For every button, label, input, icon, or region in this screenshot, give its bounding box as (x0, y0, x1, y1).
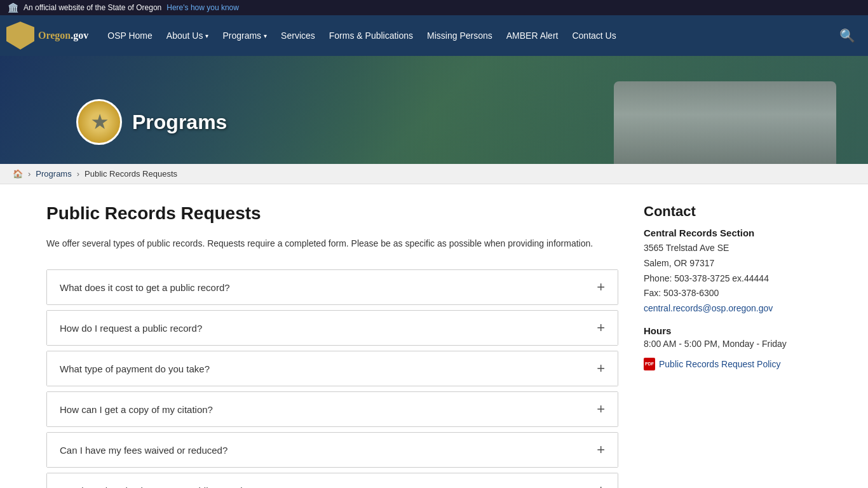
osp-badge (76, 99, 122, 145)
page-body: Public Records Requests We offer several… (34, 203, 834, 488)
home-icon: 🏠 (13, 169, 23, 179)
accordion-header-citation[interactable]: How can I get a copy of my citation? + (47, 392, 618, 426)
accordion-label-citation: How can I get a copy of my citation? (60, 404, 213, 415)
accordion-item-how-request: How do I request a public record? + (46, 310, 618, 346)
address-line2: Salem, OR 97317 (644, 256, 822, 271)
address-line1: 3565 Trelstad Ave SE (644, 241, 822, 256)
nav-missing-persons[interactable]: Missing Persons (421, 18, 499, 53)
page-title: Public Records Requests (46, 203, 618, 224)
accordion: What does it cost to get a public record… (46, 269, 618, 488)
accordion-plus-how-request: + (597, 321, 605, 335)
accordion-header-how-long[interactable]: How long does it take to get a public re… (47, 473, 618, 488)
hero-title: Programs (132, 111, 227, 134)
logo-link[interactable]: Oregon.gov (6, 22, 88, 50)
accordion-plus-how-long: + (597, 484, 605, 488)
accordion-item-citation: How can I get a copy of my citation? + (46, 391, 618, 427)
accordion-label-fees-waived: Can I have my fees waived or reduced? (60, 445, 227, 456)
pdf-policy-link[interactable]: Public Records Request Policy (659, 359, 780, 369)
breadcrumb: 🏠 › Programs › Public Records Requests (0, 164, 868, 184)
main-content: Public Records Requests We offer several… (46, 203, 618, 488)
accordion-label-cost: What does it cost to get a public record… (60, 282, 230, 293)
search-icon[interactable]: 🔍 (833, 22, 862, 50)
main-nav: Oregon.gov OSP Home About Us ▾ Programs … (0, 15, 868, 56)
pdf-link-wrapper: PDF Public Records Request Policy (644, 358, 822, 370)
breadcrumb-current: Public Records Requests (85, 169, 177, 179)
contact-address: 3565 Trelstad Ave SE Salem, OR 97317 Pho… (644, 241, 822, 316)
how-to-know-link[interactable]: Here's how you know (166, 3, 239, 12)
accordion-header-payment[interactable]: What type of payment do you take? + (47, 351, 618, 386)
nav-amber-alert[interactable]: AMBER Alert (500, 18, 565, 53)
hours-text: 8:00 AM - 5:00 PM, Monday - Friday (644, 339, 822, 349)
accordion-header-fees-waived[interactable]: Can I have my fees waived or reduced? + (47, 433, 618, 467)
hero-car-image (347, 56, 868, 164)
nav-contact-us[interactable]: Contact Us (566, 18, 622, 53)
accordion-item-payment: What type of payment do you take? + (46, 351, 618, 386)
accordion-header-how-request[interactable]: How do I request a public record? + (47, 311, 618, 345)
contact-box: Contact Central Records Section 3565 Tre… (644, 203, 822, 370)
phone: Phone: 503-378-3725 ex.44444 (644, 271, 822, 287)
accordion-item-fees-waived: Can I have my fees waived or reduced? + (46, 432, 618, 468)
nav-programs[interactable]: Programs ▾ (216, 18, 273, 53)
nav-osp-home[interactable]: OSP Home (101, 18, 159, 53)
nav-services[interactable]: Services (275, 18, 322, 53)
accordion-label-how-request: How do I request a public record? (60, 323, 202, 334)
sidebar: Contact Central Records Section 3565 Tre… (644, 203, 822, 488)
accordion-plus-payment: + (597, 362, 605, 376)
contact-section-title: Central Records Section (644, 227, 822, 238)
breadcrumb-sep-1: › (28, 169, 31, 179)
breadcrumb-home-link[interactable]: 🏠 (13, 169, 23, 179)
accordion-plus-fees-waived: + (597, 443, 605, 457)
logo-text: Oregon.gov (38, 30, 88, 41)
accordion-label-payment: What type of payment do you take? (60, 363, 210, 374)
nav-links: OSP Home About Us ▾ Programs ▾ Services … (101, 18, 833, 53)
hero-section: Programs (0, 56, 868, 164)
contact-title: Contact (644, 203, 822, 220)
nav-forms-publications[interactable]: Forms & Publications (323, 18, 419, 53)
official-text: An official website of the State of Oreg… (24, 3, 161, 12)
about-us-arrow-icon: ▾ (205, 32, 208, 39)
accordion-label-how-long: How long does it take to get a public re… (60, 485, 248, 488)
breadcrumb-sep-2: › (77, 169, 79, 179)
breadcrumb-programs-link[interactable]: Programs (36, 169, 71, 179)
accordion-plus-cost: + (597, 280, 605, 294)
accordion-plus-citation: + (597, 402, 605, 416)
pdf-icon: PDF (644, 358, 655, 370)
nav-about-us[interactable]: About Us ▾ (160, 18, 215, 53)
programs-arrow-icon: ▾ (264, 32, 267, 39)
hero-content: Programs (76, 99, 227, 145)
top-bar: 🏛️ An official website of the State of O… (0, 0, 868, 15)
page-description: We offer several types of public records… (46, 236, 618, 250)
email-link[interactable]: central.records@osp.oregon.gov (644, 303, 773, 313)
fax: Fax: 503-378-6300 (644, 286, 822, 301)
logo-shield-icon (6, 22, 34, 50)
accordion-item-cost: What does it cost to get a public record… (46, 269, 618, 305)
hours-title: Hours (644, 325, 822, 336)
oregon-flag-icon: 🏛️ (8, 3, 18, 13)
accordion-header-cost[interactable]: What does it cost to get a public record… (47, 270, 618, 304)
accordion-item-how-long: How long does it take to get a public re… (46, 473, 618, 488)
